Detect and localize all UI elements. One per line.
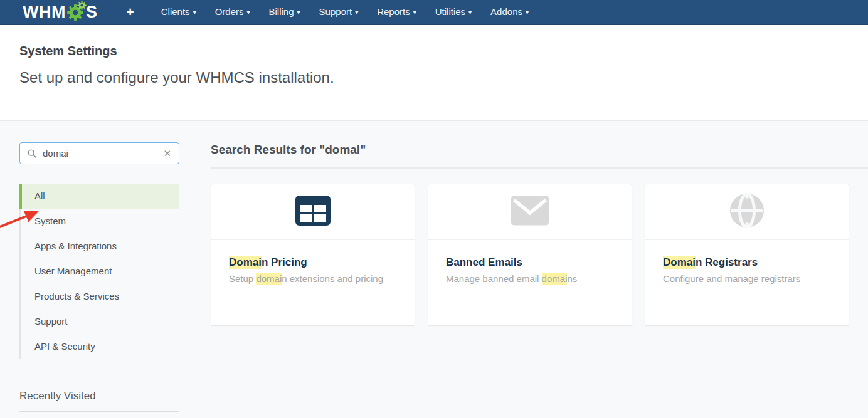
navbar-menu: Clients▾Orders▾Billing▾Support▾Reports▾U… (152, 0, 538, 25)
page-header: System Settings Set up and configure you… (0, 25, 868, 121)
nav-item-clients[interactable]: Clients▾ (152, 0, 206, 25)
quick-add-plus-button[interactable]: + (127, 0, 134, 24)
clear-search-icon[interactable]: ✕ (159, 148, 171, 159)
table-icon (295, 196, 331, 228)
filter-item-all[interactable]: All (19, 184, 179, 209)
recently-visited-divider (19, 411, 179, 412)
search-results-heading: Search Results for "domai" (211, 142, 868, 157)
filter-item-support[interactable]: Support (21, 309, 179, 334)
search-icon (28, 149, 36, 158)
page-subtitle: Set up and configure your WHMCS installa… (19, 69, 868, 86)
nav-item-addons[interactable]: Addons▾ (481, 0, 538, 25)
top-navbar: WHM (0, 0, 868, 25)
settings-sidebar: ✕ AllSystemApps & IntegrationsUser Manag… (19, 142, 179, 412)
nav-item-label: Addons (490, 6, 522, 17)
card-icon-area (428, 184, 632, 240)
card-description: Setup domain extensions and pricing (229, 273, 397, 285)
category-filter-list: AllSystemApps & IntegrationsUser Managem… (19, 184, 179, 359)
nav-item-label: Utilities (435, 6, 465, 17)
envelope-icon (511, 196, 549, 228)
whmcs-logo-text-post: S (86, 3, 98, 22)
nav-item-support[interactable]: Support▾ (310, 0, 368, 25)
card-title[interactable]: Banned Emails (446, 256, 614, 269)
page-title: System Settings (19, 44, 868, 58)
search-term-highlight: domai (256, 273, 282, 285)
nav-item-utilities[interactable]: Utilities▾ (426, 0, 481, 25)
nav-item-label: Reports (377, 6, 410, 17)
card-body: Banned EmailsManage banned email domains (428, 240, 632, 285)
nav-item-label: Support (319, 6, 352, 17)
whmcs-logo[interactable]: WHM (23, 3, 98, 22)
recently-visited-section: Recently Visited (19, 390, 179, 412)
caret-down-icon: ▾ (193, 9, 196, 16)
result-card-banned-emails[interactable]: Banned EmailsManage banned email domains (428, 184, 632, 326)
nav-item-reports[interactable]: Reports▾ (368, 0, 426, 25)
settings-search-input[interactable] (36, 148, 159, 159)
nav-item-orders[interactable]: Orders▾ (206, 0, 260, 25)
content-area: ✕ AllSystemApps & IntegrationsUser Manag… (0, 121, 868, 412)
nav-item-label: Orders (215, 6, 244, 17)
results-divider (211, 167, 868, 169)
search-term-highlight: Domai (663, 256, 696, 269)
card-title[interactable]: Domain Pricing (229, 256, 397, 269)
caret-down-icon: ▾ (526, 9, 529, 16)
card-icon-area (211, 184, 415, 240)
caret-down-icon: ▾ (355, 9, 358, 16)
whmcs-gear-icon (66, 3, 85, 21)
card-body: Domain RegistrarsConfigure and manage re… (645, 240, 849, 285)
filter-item-system[interactable]: System (21, 209, 179, 234)
card-description: Manage banned email domains (446, 273, 614, 285)
filter-item-products-services[interactable]: Products & Services (21, 284, 179, 309)
nav-item-label: Clients (161, 6, 190, 17)
card-body: Domain PricingSetup domain extensions an… (211, 240, 415, 285)
recently-visited-title: Recently Visited (19, 390, 179, 402)
search-term-highlight: Domai (229, 256, 262, 269)
caret-down-icon: ▾ (413, 9, 416, 16)
result-card-domain-pricing[interactable]: Domain PricingSetup domain extensions an… (211, 184, 415, 326)
whmcs-logo-text-pre: WHM (23, 3, 66, 22)
caret-down-icon: ▾ (247, 9, 250, 16)
globe-icon (729, 193, 765, 231)
search-results-section: Search Results for "domai" Domain Pricin… (211, 142, 868, 412)
card-icon-area (645, 184, 849, 240)
nav-item-label: Billing (269, 6, 294, 17)
filter-item-user-management[interactable]: User Management (21, 259, 179, 284)
caret-down-icon: ▾ (297, 9, 300, 16)
filter-item-apps-integrations[interactable]: Apps & Integrations (21, 234, 179, 259)
nav-item-billing[interactable]: Billing▾ (260, 0, 310, 25)
result-card-domain-registrars[interactable]: Domain RegistrarsConfigure and manage re… (645, 184, 849, 326)
search-term-highlight: domai (542, 273, 568, 285)
card-description: Configure and manage registrars (663, 273, 831, 285)
card-title[interactable]: Domain Registrars (663, 256, 831, 269)
results-row: Domain PricingSetup domain extensions an… (211, 184, 868, 326)
filter-item-api-security[interactable]: API & Security (21, 334, 179, 359)
caret-down-icon: ▾ (468, 9, 472, 16)
settings-search-box[interactable]: ✕ (19, 142, 179, 164)
